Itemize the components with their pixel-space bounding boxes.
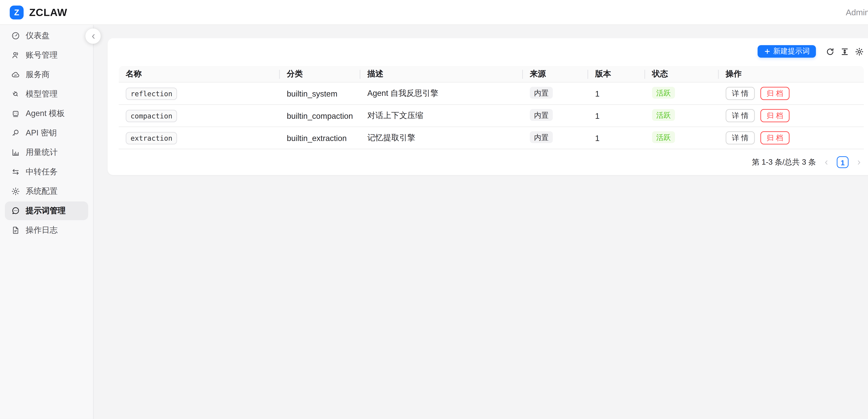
reload-icon[interactable]: [826, 47, 835, 56]
status-badge: 活跃: [652, 87, 675, 99]
chevron-right-icon: [856, 159, 863, 166]
users-icon: [11, 51, 20, 60]
column-header-source: 来源: [523, 66, 588, 83]
app-header: Z ZCLAW Admin: [0, 0, 868, 25]
column-header-name: 名称: [119, 66, 280, 83]
detail-button[interactable]: 详 情: [726, 87, 755, 100]
column-header-description: 描述: [361, 66, 523, 83]
app-shell: 仪表盘 账号管理 服务商: [0, 25, 868, 419]
user-menu[interactable]: Admin: [846, 7, 868, 17]
sidebar-collapse-button[interactable]: [85, 28, 101, 44]
column-header-actions: 操作: [719, 66, 864, 83]
status-badge: 活跃: [652, 109, 675, 121]
api-key-icon: [11, 128, 20, 138]
pagination-page-1[interactable]: 1: [837, 156, 848, 168]
sidebar-item-label: 操作日志: [26, 225, 58, 236]
sidebar-item-providers[interactable]: 服务商: [5, 65, 88, 84]
settings-gear-icon[interactable]: [855, 47, 864, 56]
sidebar-nav: 仪表盘 账号管理 服务商: [5, 26, 88, 240]
table-row: compaction builtin_compaction 对话上下文压缩 内置…: [119, 105, 864, 127]
table-row: extraction builtin_extraction 记忆提取引擎 内置 …: [119, 127, 864, 149]
row-actions: 详 情 归 档: [726, 109, 858, 122]
prompt-version: 1: [588, 83, 645, 105]
sidebar-item-models[interactable]: 模型管理: [5, 85, 88, 103]
plug-icon: [11, 90, 20, 99]
column-header-category: 分类: [280, 66, 361, 83]
archive-button[interactable]: 归 档: [761, 87, 789, 100]
sidebar-item-label: Agent 模板: [26, 108, 65, 119]
prompt-table: 名称 分类 描述 来源 版本 状态 操作 reflection builtin_: [119, 66, 864, 149]
new-prompt-button-label: 新建提示词: [773, 47, 810, 56]
sidebar-item-label: 中转任务: [26, 167, 58, 177]
source-tag: 内置: [530, 131, 553, 143]
gear-icon: [11, 187, 20, 196]
sidebar-item-prompt-management[interactable]: 提示词管理: [5, 202, 88, 220]
chevron-left-icon: [823, 159, 830, 166]
pagination: 第 1-3 条/总共 3 条 1: [119, 156, 864, 168]
sidebar-item-accounts[interactable]: 账号管理: [5, 46, 88, 65]
row-actions: 详 情 归 档: [726, 87, 858, 100]
prompt-category: builtin_compaction: [280, 105, 361, 127]
prompt-version: 1: [588, 105, 645, 127]
archive-button[interactable]: 归 档: [761, 131, 789, 145]
prompt-description: 对话上下文压缩: [361, 105, 523, 127]
plus-icon: [764, 48, 770, 55]
sidebar-item-label: 账号管理: [26, 50, 58, 60]
file-text-icon: [11, 226, 20, 235]
sidebar-item-label: 提示词管理: [26, 206, 66, 216]
pagination-prev-button[interactable]: [822, 157, 831, 167]
prompt-name-badge: compaction: [126, 110, 177, 122]
column-height-icon[interactable]: [840, 47, 849, 56]
sidebar-item-label: 服务商: [26, 69, 50, 80]
prompt-table-card: 新建提示词: [107, 38, 868, 175]
source-tag: 内置: [530, 87, 553, 99]
gauge-icon: [11, 31, 20, 40]
prompt-version: 1: [588, 127, 645, 149]
pagination-next-button[interactable]: [854, 157, 864, 167]
sidebar-item-label: 系统配置: [26, 186, 58, 197]
row-actions: 详 情 归 档: [726, 131, 858, 145]
cloud-icon: [11, 70, 20, 79]
sidebar: 仪表盘 账号管理 服务商: [0, 25, 94, 419]
prompt-name-badge: reflection: [126, 88, 177, 100]
sidebar-item-operation-logs[interactable]: 操作日志: [5, 221, 88, 240]
brand-logo: Z: [10, 5, 24, 19]
sidebar-item-label: API 密钥: [26, 128, 57, 138]
pagination-summary: 第 1-3 条/总共 3 条: [752, 157, 816, 168]
prompt-category: builtin_extraction: [280, 127, 361, 149]
sidebar-item-label: 模型管理: [26, 89, 58, 99]
sidebar-item-relay-tasks[interactable]: 中转任务: [5, 162, 88, 181]
content: 新建提示词: [94, 25, 868, 419]
bar-chart-icon: [11, 148, 20, 157]
sidebar-item-usage-stats[interactable]: 用量统计: [5, 143, 88, 162]
prompt-description: 记忆提取引擎: [361, 127, 523, 149]
source-tag: 内置: [530, 109, 553, 121]
bot-icon: [11, 109, 20, 118]
prompt-category: builtin_system: [280, 83, 361, 105]
chevron-left-icon: [89, 32, 97, 40]
sidebar-item-system-config[interactable]: 系统配置: [5, 182, 88, 201]
status-badge: 活跃: [652, 131, 675, 143]
sidebar-item-api-keys[interactable]: API 密钥: [5, 124, 88, 142]
brand-logo-letter: Z: [14, 7, 19, 17]
prompt-description: Agent 自我反思引擎: [361, 83, 523, 105]
detail-button[interactable]: 详 情: [726, 109, 755, 122]
sidebar-item-agent-templates[interactable]: Agent 模板: [5, 104, 88, 123]
column-header-version: 版本: [588, 66, 645, 83]
brand: Z ZCLAW: [10, 5, 67, 19]
sidebar-item-label: 用量统计: [26, 147, 58, 158]
sidebar-item-label: 仪表盘: [26, 31, 50, 41]
message-bubble-icon: [11, 206, 20, 215]
prompt-name-badge: extraction: [126, 132, 177, 145]
sidebar-item-dashboard[interactable]: 仪表盘: [5, 26, 88, 45]
app: Z ZCLAW Admin 仪表盘 账号管理: [0, 0, 868, 419]
table-header-row: 名称 分类 描述 来源 版本 状态 操作: [119, 66, 864, 83]
column-header-status: 状态: [645, 66, 719, 83]
detail-button[interactable]: 详 情: [726, 131, 755, 145]
swap-arrows-icon: [11, 168, 20, 176]
new-prompt-button[interactable]: 新建提示词: [757, 45, 816, 58]
archive-button[interactable]: 归 档: [761, 109, 789, 122]
table-toolbar: 新建提示词: [119, 45, 864, 58]
brand-name: ZCLAW: [29, 6, 67, 18]
table-row: reflection builtin_system Agent 自我反思引擎 内…: [119, 83, 864, 105]
